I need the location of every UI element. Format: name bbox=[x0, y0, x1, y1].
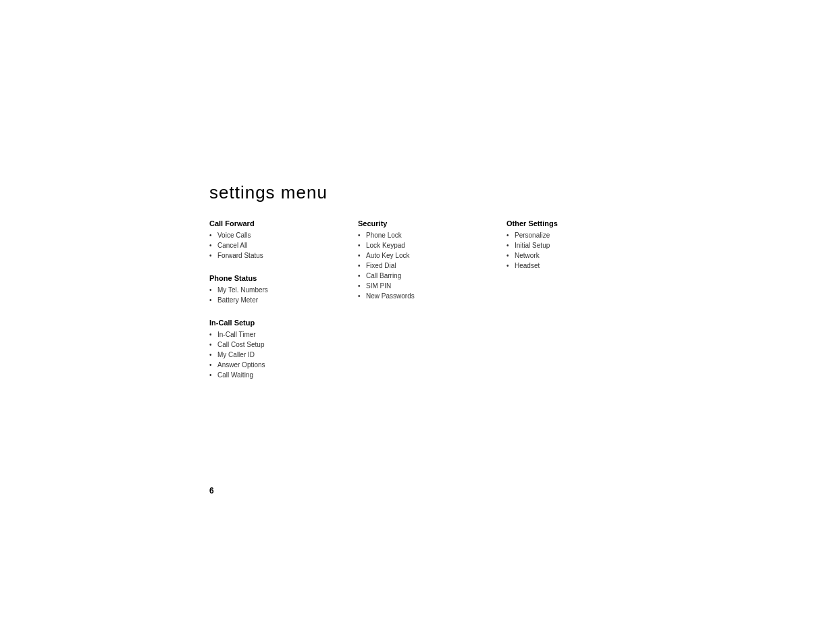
section-list-other-settings: Personalize Initial Setup Network Headse… bbox=[506, 230, 655, 271]
list-item: Forward Status bbox=[209, 250, 358, 261]
list-item: Network bbox=[506, 250, 655, 261]
list-item: Cancel All bbox=[209, 240, 358, 250]
list-item: My Tel. Numbers bbox=[209, 285, 358, 295]
list-item: Voice Calls bbox=[209, 230, 358, 240]
list-item: Call Waiting bbox=[209, 370, 358, 380]
list-item: Initial Setup bbox=[506, 240, 655, 250]
list-item: New Passwords bbox=[358, 291, 506, 301]
section-header-call-forward: Call Forward bbox=[209, 219, 358, 227]
list-item: Lock Keypad bbox=[358, 240, 506, 250]
section-phone-status: Phone Status My Tel. Numbers Battery Met… bbox=[209, 274, 358, 305]
list-item: Call Cost Setup bbox=[209, 340, 358, 350]
section-in-call-setup: In-Call Setup In-Call Timer Call Cost Se… bbox=[209, 319, 358, 380]
list-item: Auto Key Lock bbox=[358, 250, 506, 261]
list-item: SIM PIN bbox=[358, 281, 506, 291]
page-title: settings menu bbox=[209, 182, 655, 203]
section-call-forward: Call Forward Voice Calls Cancel All Forw… bbox=[209, 219, 358, 261]
section-other-settings: Other Settings Personalize Initial Setup… bbox=[506, 219, 655, 271]
list-item: My Caller ID bbox=[209, 350, 358, 360]
page-container: settings menu Call Forward Voice Calls C… bbox=[0, 0, 834, 644]
section-header-security: Security bbox=[358, 219, 506, 227]
menu-column-2: Security Phone Lock Lock Keypad Auto Key… bbox=[358, 219, 506, 301]
section-list-in-call-setup: In-Call Timer Call Cost Setup My Caller … bbox=[209, 329, 358, 380]
section-security: Security Phone Lock Lock Keypad Auto Key… bbox=[358, 219, 506, 301]
menu-column-1: Call Forward Voice Calls Cancel All Forw… bbox=[209, 219, 358, 380]
menu-grid: Call Forward Voice Calls Cancel All Forw… bbox=[209, 219, 655, 380]
content-area: settings menu Call Forward Voice Calls C… bbox=[209, 182, 655, 380]
section-header-in-call-setup: In-Call Setup bbox=[209, 319, 358, 327]
menu-column-3: Other Settings Personalize Initial Setup… bbox=[506, 219, 655, 271]
list-item: Call Barring bbox=[358, 271, 506, 281]
section-header-phone-status: Phone Status bbox=[209, 274, 358, 282]
list-item: Battery Meter bbox=[209, 295, 358, 305]
page-number: 6 bbox=[209, 486, 214, 495]
list-item: Answer Options bbox=[209, 360, 358, 370]
list-item: Fixed Dial bbox=[358, 261, 506, 271]
section-header-other-settings: Other Settings bbox=[506, 219, 655, 227]
list-item: In-Call Timer bbox=[209, 329, 358, 340]
list-item: Personalize bbox=[506, 230, 655, 240]
section-list-call-forward: Voice Calls Cancel All Forward Status bbox=[209, 230, 358, 261]
list-item: Headset bbox=[506, 261, 655, 271]
list-item: Phone Lock bbox=[358, 230, 506, 240]
section-list-phone-status: My Tel. Numbers Battery Meter bbox=[209, 285, 358, 305]
section-list-security: Phone Lock Lock Keypad Auto Key Lock Fix… bbox=[358, 230, 506, 301]
